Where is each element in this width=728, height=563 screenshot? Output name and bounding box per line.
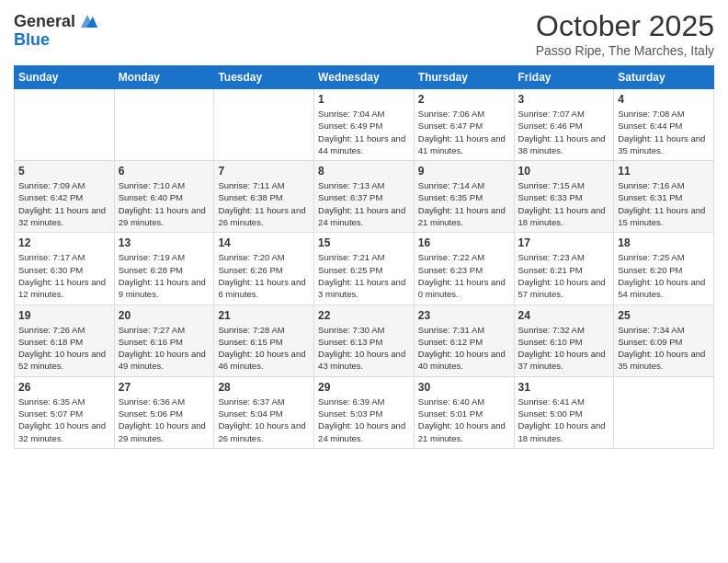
calendar-cell: 28Sunrise: 6:37 AM Sunset: 5:04 PM Dayli… <box>214 376 314 448</box>
day-number: 19 <box>18 309 110 322</box>
calendar-cell <box>15 89 115 161</box>
calendar-cell: 22Sunrise: 7:30 AM Sunset: 6:13 PM Dayli… <box>314 304 415 376</box>
calendar-table: Sunday Monday Tuesday Wednesday Thursday… <box>14 65 714 449</box>
calendar-cell: 11Sunrise: 7:16 AM Sunset: 6:31 PM Dayli… <box>614 161 714 233</box>
calendar-cell: 30Sunrise: 6:40 AM Sunset: 5:01 PM Dayli… <box>414 376 514 448</box>
calendar-cell: 31Sunrise: 6:41 AM Sunset: 5:00 PM Dayli… <box>514 376 614 448</box>
day-number: 2 <box>418 93 510 106</box>
day-number: 5 <box>18 165 110 178</box>
day-number: 25 <box>618 309 710 322</box>
calendar-cell: 7Sunrise: 7:11 AM Sunset: 6:38 PM Daylig… <box>214 161 314 233</box>
day-number: 17 <box>518 236 610 249</box>
calendar-week-4: 19Sunrise: 7:26 AM Sunset: 6:18 PM Dayli… <box>15 304 714 376</box>
day-number: 3 <box>518 93 610 106</box>
day-info: Sunrise: 7:23 AM Sunset: 6:21 PM Dayligh… <box>518 251 610 300</box>
day-number: 30 <box>418 381 510 394</box>
calendar-week-3: 12Sunrise: 7:17 AM Sunset: 6:30 PM Dayli… <box>15 233 714 304</box>
day-info: Sunrise: 6:37 AM Sunset: 5:04 PM Dayligh… <box>218 396 310 444</box>
logo-icon <box>77 11 97 31</box>
calendar-cell: 20Sunrise: 7:27 AM Sunset: 6:16 PM Dayli… <box>114 304 214 376</box>
day-info: Sunrise: 7:15 AM Sunset: 6:33 PM Dayligh… <box>518 179 610 228</box>
day-info: Sunrise: 7:09 AM Sunset: 6:42 PM Dayligh… <box>18 179 110 228</box>
calendar-cell: 12Sunrise: 7:17 AM Sunset: 6:30 PM Dayli… <box>15 233 115 304</box>
day-number: 6 <box>119 165 210 178</box>
day-info: Sunrise: 7:16 AM Sunset: 6:31 PM Dayligh… <box>618 179 710 228</box>
calendar-cell: 4Sunrise: 7:08 AM Sunset: 6:44 PM Daylig… <box>614 89 714 161</box>
calendar-cell <box>114 89 214 161</box>
day-info: Sunrise: 7:11 AM Sunset: 6:38 PM Dayligh… <box>218 179 310 228</box>
day-info: Sunrise: 7:27 AM Sunset: 6:16 PM Dayligh… <box>119 324 210 373</box>
calendar-cell <box>214 89 314 161</box>
day-number: 21 <box>218 309 310 322</box>
col-thursday: Thursday <box>414 66 514 89</box>
calendar-cell: 6Sunrise: 7:10 AM Sunset: 6:40 PM Daylig… <box>114 161 214 233</box>
calendar-cell: 26Sunrise: 6:35 AM Sunset: 5:07 PM Dayli… <box>15 376 115 448</box>
calendar-cell: 27Sunrise: 6:36 AM Sunset: 5:06 PM Dayli… <box>114 376 214 448</box>
day-number: 16 <box>418 236 510 249</box>
logo-general-text: General <box>14 13 75 31</box>
day-info: Sunrise: 7:21 AM Sunset: 6:25 PM Dayligh… <box>318 251 410 300</box>
day-number: 7 <box>218 165 310 178</box>
day-info: Sunrise: 7:31 AM Sunset: 6:12 PM Dayligh… <box>418 324 510 373</box>
col-friday: Friday <box>514 66 614 89</box>
day-number: 28 <box>218 381 310 394</box>
calendar-week-5: 26Sunrise: 6:35 AM Sunset: 5:07 PM Dayli… <box>15 376 714 448</box>
day-info: Sunrise: 6:35 AM Sunset: 5:07 PM Dayligh… <box>18 396 110 444</box>
location: Passo Ripe, The Marches, Italy <box>536 43 714 58</box>
day-number: 27 <box>119 381 210 394</box>
day-info: Sunrise: 7:28 AM Sunset: 6:15 PM Dayligh… <box>218 324 310 373</box>
day-number: 26 <box>18 381 110 394</box>
calendar-cell: 17Sunrise: 7:23 AM Sunset: 6:21 PM Dayli… <box>514 233 614 304</box>
day-number: 22 <box>318 309 410 322</box>
day-number: 23 <box>418 309 510 322</box>
day-info: Sunrise: 7:34 AM Sunset: 6:09 PM Dayligh… <box>618 324 710 373</box>
calendar-cell: 9Sunrise: 7:14 AM Sunset: 6:35 PM Daylig… <box>414 161 514 233</box>
calendar-cell: 16Sunrise: 7:22 AM Sunset: 6:23 PM Dayli… <box>414 233 514 304</box>
day-number: 24 <box>518 309 610 322</box>
day-number: 8 <box>318 165 410 178</box>
day-info: Sunrise: 7:06 AM Sunset: 6:47 PM Dayligh… <box>418 108 510 156</box>
day-number: 1 <box>318 93 410 106</box>
day-number: 31 <box>518 381 610 394</box>
day-number: 10 <box>518 165 610 178</box>
day-number: 14 <box>218 236 310 249</box>
day-info: Sunrise: 7:22 AM Sunset: 6:23 PM Dayligh… <box>418 251 510 300</box>
calendar-cell <box>614 376 714 448</box>
calendar-week-2: 5Sunrise: 7:09 AM Sunset: 6:42 PM Daylig… <box>15 161 714 233</box>
day-number: 4 <box>618 93 710 106</box>
col-saturday: Saturday <box>614 66 714 89</box>
calendar-cell: 29Sunrise: 6:39 AM Sunset: 5:03 PM Dayli… <box>314 376 415 448</box>
calendar-cell: 13Sunrise: 7:19 AM Sunset: 6:28 PM Dayli… <box>114 233 214 304</box>
month-title: October 2025 <box>536 9 714 43</box>
calendar-cell: 24Sunrise: 7:32 AM Sunset: 6:10 PM Dayli… <box>514 304 614 376</box>
day-info: Sunrise: 7:32 AM Sunset: 6:10 PM Dayligh… <box>518 324 610 373</box>
calendar-cell: 21Sunrise: 7:28 AM Sunset: 6:15 PM Dayli… <box>214 304 314 376</box>
day-info: Sunrise: 7:14 AM Sunset: 6:35 PM Dayligh… <box>418 179 510 228</box>
day-info: Sunrise: 7:13 AM Sunset: 6:37 PM Dayligh… <box>318 179 410 228</box>
header: General Blue October 2025 Passo Ripe, Th… <box>14 9 714 58</box>
day-info: Sunrise: 7:07 AM Sunset: 6:46 PM Dayligh… <box>518 108 610 156</box>
calendar-week-1: 1Sunrise: 7:04 AM Sunset: 6:49 PM Daylig… <box>15 89 714 161</box>
calendar-cell: 25Sunrise: 7:34 AM Sunset: 6:09 PM Dayli… <box>614 304 714 376</box>
day-info: Sunrise: 7:17 AM Sunset: 6:30 PM Dayligh… <box>18 251 110 300</box>
day-number: 9 <box>418 165 510 178</box>
day-info: Sunrise: 6:40 AM Sunset: 5:01 PM Dayligh… <box>418 396 510 444</box>
day-info: Sunrise: 7:20 AM Sunset: 6:26 PM Dayligh… <box>218 251 310 300</box>
calendar-cell: 18Sunrise: 7:25 AM Sunset: 6:20 PM Dayli… <box>614 233 714 304</box>
logo-blue-text: Blue <box>14 31 97 50</box>
logo: General Blue <box>14 13 97 50</box>
day-info: Sunrise: 6:39 AM Sunset: 5:03 PM Dayligh… <box>318 396 410 444</box>
day-info: Sunrise: 7:30 AM Sunset: 6:13 PM Dayligh… <box>318 324 410 373</box>
calendar-cell: 5Sunrise: 7:09 AM Sunset: 6:42 PM Daylig… <box>15 161 115 233</box>
col-tuesday: Tuesday <box>214 66 314 89</box>
day-number: 11 <box>618 165 710 178</box>
day-number: 20 <box>119 309 210 322</box>
day-number: 18 <box>618 236 710 249</box>
day-info: Sunrise: 7:10 AM Sunset: 6:40 PM Dayligh… <box>119 179 210 228</box>
day-info: Sunrise: 7:19 AM Sunset: 6:28 PM Dayligh… <box>119 251 210 300</box>
day-info: Sunrise: 7:08 AM Sunset: 6:44 PM Dayligh… <box>618 108 710 156</box>
day-info: Sunrise: 7:26 AM Sunset: 6:18 PM Dayligh… <box>18 324 110 373</box>
title-block: October 2025 Passo Ripe, The Marches, It… <box>536 9 714 58</box>
day-info: Sunrise: 7:25 AM Sunset: 6:20 PM Dayligh… <box>618 251 710 300</box>
calendar-cell: 14Sunrise: 7:20 AM Sunset: 6:26 PM Dayli… <box>214 233 314 304</box>
